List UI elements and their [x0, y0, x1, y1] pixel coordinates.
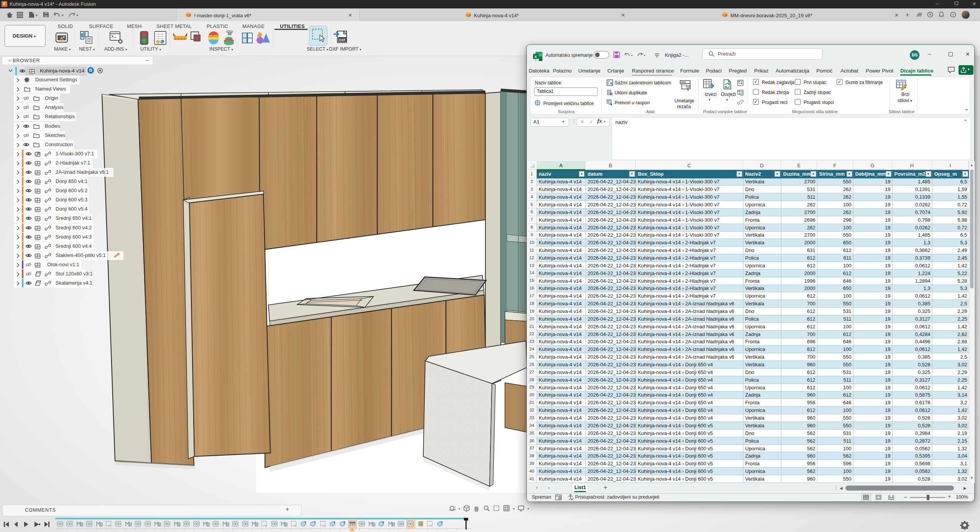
svg-text:DXF: DXF: [339, 38, 346, 42]
svg-text:x: x: [534, 54, 537, 59]
svg-text:?: ?: [952, 13, 954, 17]
